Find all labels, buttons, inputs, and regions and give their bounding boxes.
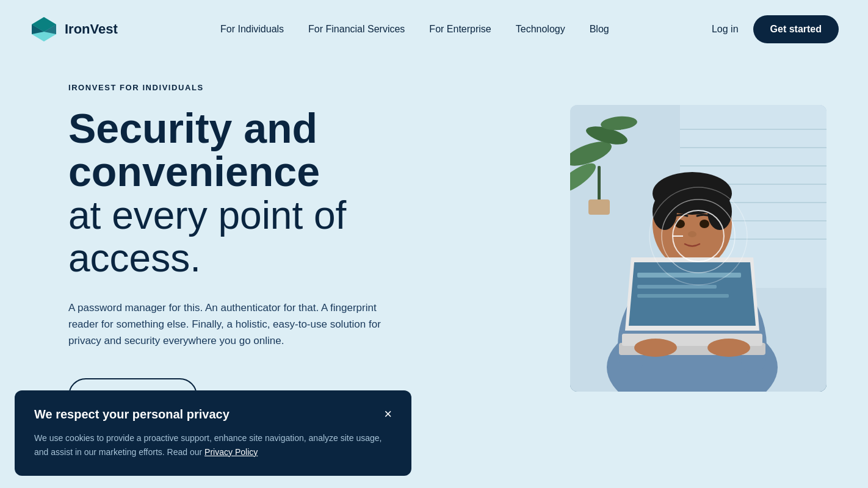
nav-for-enterprise[interactable]: For Enterprise xyxy=(429,24,491,34)
svg-rect-18 xyxy=(588,199,610,215)
brand-name: IronVest xyxy=(65,21,118,37)
nav-links: For Individuals For Financial Services F… xyxy=(220,24,609,35)
svg-point-27 xyxy=(700,220,709,228)
nav-for-financial-services[interactable]: For Financial Services xyxy=(308,24,405,34)
login-link[interactable]: Log in xyxy=(712,24,739,35)
svg-rect-33 xyxy=(637,294,729,298)
svg-point-25 xyxy=(707,193,732,230)
svg-rect-32 xyxy=(637,285,717,289)
page-wrapper: IronVest For Individuals For Financial S… xyxy=(0,0,868,488)
nav-for-individuals[interactable]: For Individuals xyxy=(220,24,284,34)
get-started-button[interactable]: Get started xyxy=(753,15,839,43)
cookie-body-text: We use cookies to provide a proactive su… xyxy=(34,431,392,459)
hero-image xyxy=(570,105,826,392)
cookie-close-button[interactable]: × xyxy=(384,407,392,421)
hero-description: A password manager for this. An authenti… xyxy=(68,300,398,350)
cookie-banner-header: We respect your personal privacy × xyxy=(34,407,392,422)
nav-actions: Log in Get started xyxy=(712,15,839,43)
logo-icon xyxy=(29,15,59,44)
logo-link[interactable]: IronVest xyxy=(29,15,118,44)
navbar: IronVest For Individuals For Financial S… xyxy=(0,0,868,59)
nav-technology[interactable]: Technology xyxy=(516,24,565,34)
svg-point-28 xyxy=(688,231,696,237)
hero-image-wrapper xyxy=(570,105,826,392)
hero-svg-scene xyxy=(570,105,826,392)
svg-point-34 xyxy=(634,339,677,357)
privacy-policy-link[interactable]: Privacy Policy xyxy=(204,447,258,457)
hero-title-bold: Security and convenience xyxy=(68,107,465,194)
hero-content: IRONVEST FOR INDIVIDUALS Security and co… xyxy=(68,83,465,413)
svg-point-35 xyxy=(707,339,750,357)
hero-eyebrow: IRONVEST FOR INDIVIDUALS xyxy=(68,83,465,92)
cookie-title: We respect your personal privacy xyxy=(34,407,230,422)
svg-rect-17 xyxy=(598,166,601,203)
svg-point-26 xyxy=(675,220,685,228)
cookie-banner: We respect your personal privacy × We us… xyxy=(15,390,411,476)
nav-blog[interactable]: Blog xyxy=(590,24,609,34)
hero-title-light: at every point of access. xyxy=(68,194,465,280)
hero-heading: Security and convenience at every point … xyxy=(68,107,465,280)
hero-photo xyxy=(570,105,826,392)
